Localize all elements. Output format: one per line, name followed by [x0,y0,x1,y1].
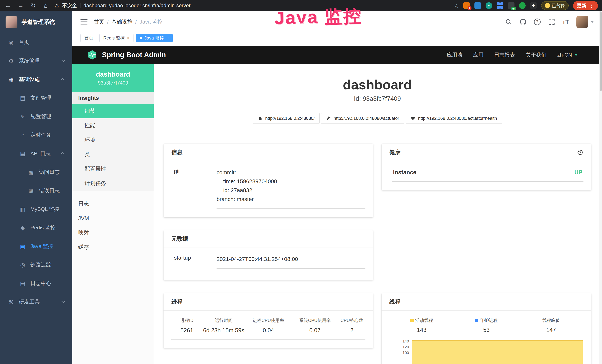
breadcrumb-group[interactable]: 基础设施 [112,18,132,25]
metadata-value: 2021-04-27T00:44:31.254+08:00 [216,255,366,269]
browser-actions: ☆ 1 y on ✚ 已暂停 更新 ⋮ [454,1,598,11]
instance-links: http://192.168.0.2:48080/ http://192.168… [163,113,591,124]
sba-nav-wallboard[interactable]: 应用墙 [447,51,462,58]
page-scrollbar[interactable] [599,11,602,364]
sba-brand[interactable]: Spring Boot Admin [87,50,166,60]
kebab-menu-icon[interactable]: ⋮ [589,3,594,9]
breadcrumb-home[interactable]: 首页 [94,18,104,25]
process-value: 2 [338,327,366,334]
home-icon [258,116,263,121]
legend-label: 线程峰值 [542,317,560,323]
sba-item-metrics[interactable]: 性能 [72,118,154,133]
admin-sidebar: 芋道管理系统 ◉ 首页 ⚙ 系统管理 ▦ 基础设施 ▤ [0,11,72,364]
process-header: 进程CPU使用率 [245,317,292,323]
update-button[interactable]: 更新 ⋮ [573,1,598,11]
tag-home[interactable]: 首页 [80,34,97,42]
sidebar-item-log-center[interactable]: ▤ 日志中心 [0,274,72,293]
reload-icon[interactable]: ↻ [29,2,37,9]
actuator-url: http://192.168.0.2:48080/actuator [333,116,399,121]
breadcrumb-separator: / [107,19,109,25]
sidebar-item-scheduled-task[interactable]: ◔ 定时任务 [0,126,72,144]
forward-icon[interactable]: → [17,2,24,9]
health-url-button[interactable]: http://192.168.0.2:48080/actuator/health [406,113,502,124]
sidebar-item-infra[interactable]: ▦ 基础设施 [0,70,72,89]
sidebar-item-config-manage[interactable]: ✎ 配置管理 [0,107,72,126]
sidebar-item-error-log[interactable]: ▨ 错误日志 [0,181,72,200]
sba-item-scheduled-tasks[interactable]: 计划任务 [72,176,154,191]
tag-redis-monitor[interactable]: Redis 监控 × [99,34,133,42]
sidebar-item-system[interactable]: ⚙ 系统管理 [0,52,72,70]
process-col-pid: 进程ID 5261 [171,317,203,334]
sba-nav: 应用墙 应用 日志报表 关于我们 zh-CN [447,51,578,58]
extension-icon-drop[interactable] [474,2,481,9]
sidebar-item-dev-tools[interactable]: ⚒ 研发工具 [0,293,72,311]
address-bar[interactable]: ⚠ 不安全 dashboard.yudao.iocoder.cn/infra/a… [54,2,449,9]
sba-item-config-props[interactable]: 配置属性 [72,162,154,176]
sba-item-caches[interactable]: 缓存 [72,240,154,254]
sidebar-item-mysql-monitor[interactable]: ▥ MySQL 监控 [0,200,72,218]
gear-icon: ⚙ [8,58,14,64]
locale-select[interactable]: zh-CN [557,52,578,58]
face-icon [545,3,550,8]
sba-item-details[interactable]: 细节 [72,104,154,118]
extension-icon-orange[interactable]: 1 [463,2,470,9]
sidebar-item-label: 基础设施 [19,76,40,83]
actuator-url-button[interactable]: http://192.168.0.2:48080/actuator [321,113,404,124]
sba-item-environment[interactable]: 环境 [72,133,154,147]
extension-icon-on[interactable]: on [508,2,515,9]
service-url-button[interactable]: http://192.168.0.2:48080/ [253,113,320,124]
sba-nav-about[interactable]: 关于我们 [526,51,547,58]
extension-icon-leaf[interactable] [519,2,526,9]
header-actions: ? тT [505,16,594,28]
sba-group: 细节 性能 环境 类 配置属性 计划任务 [72,104,154,191]
chevron-up-icon [60,152,64,156]
chevron-up-icon [60,78,64,82]
sba-nav-applications[interactable]: 应用 [473,51,484,58]
back-icon[interactable]: ← [4,2,12,9]
sidebar-item-home[interactable]: ◉ 首页 [0,33,72,52]
page-title: dashboard [163,77,591,92]
extension-icon-grid[interactable] [497,2,503,9]
avatar[interactable] [576,16,588,28]
tag-java-monitor[interactable]: Java 监控 × [136,34,172,42]
close-icon[interactable]: × [127,35,129,41]
sidebar-item-file-manage[interactable]: ▤ 文件管理 [0,89,72,107]
sba-nav-journal[interactable]: 日志报表 [494,51,515,58]
sba-item-jvm[interactable]: JVM [72,211,154,225]
eye-icon: ◎ [19,262,26,268]
sidebar-item-tracing[interactable]: ◎ 链路追踪 [0,256,72,274]
sba-item-mappings[interactable]: 映射 [72,225,154,240]
scrollbar-thumb[interactable] [600,11,602,91]
close-icon[interactable]: × [166,35,169,41]
sidebar-item-access-log[interactable]: ▧ 访问日志 [0,163,72,181]
sba-item-classes[interactable]: 类 [72,147,154,162]
bookmark-star-icon[interactable]: ☆ [454,2,459,9]
sidebar-item-java-monitor[interactable]: ▣ Java 监控 [0,237,72,256]
github-icon[interactable] [519,18,527,25]
help-icon[interactable]: ? [534,19,541,25]
extension-icon-green-circle[interactable]: y [485,2,492,9]
sidebar-item-label: 访问日志 [39,169,60,176]
sidebar-item-label: 文件管理 [30,94,51,101]
url-text[interactable]: dashboard.yudao.iocoder.cn/infra/admin-s… [83,3,191,9]
sba-item-logs[interactable]: 日志 [72,197,154,211]
extension-icon-puzzle[interactable]: ✚ [530,2,537,9]
app-logo-row[interactable]: 芋道管理系统 [0,11,72,33]
font-size-icon[interactable]: тT [562,19,569,25]
breadcrumb-separator: / [135,19,137,25]
history-icon[interactable] [577,149,583,156]
paused-badge[interactable]: 已暂停 [541,1,569,10]
sidebar-item-api-log[interactable]: ▤ API 日志 [0,144,72,163]
instance-id: 93a3fc7f7409 [98,80,128,86]
fullscreen-icon[interactable] [548,18,555,25]
collapse-menu-icon[interactable] [80,19,87,24]
health-instance-row[interactable]: Instance UP [392,168,583,182]
process-col-cpu: 进程CPU使用率 0.04 [245,317,292,334]
sba-sidebar: dashboard 93a3fc7f7409 Insights 细节 性能 环境… [72,64,154,364]
app-logo-icon [6,16,17,28]
sidebar-item-redis-monitor[interactable]: ◆ Redis 监控 [0,218,72,237]
search-icon[interactable] [505,18,512,25]
user-menu[interactable] [576,16,594,28]
home-icon[interactable]: ⌂ [42,2,50,9]
instance-header[interactable]: dashboard 93a3fc7f7409 [72,64,154,92]
